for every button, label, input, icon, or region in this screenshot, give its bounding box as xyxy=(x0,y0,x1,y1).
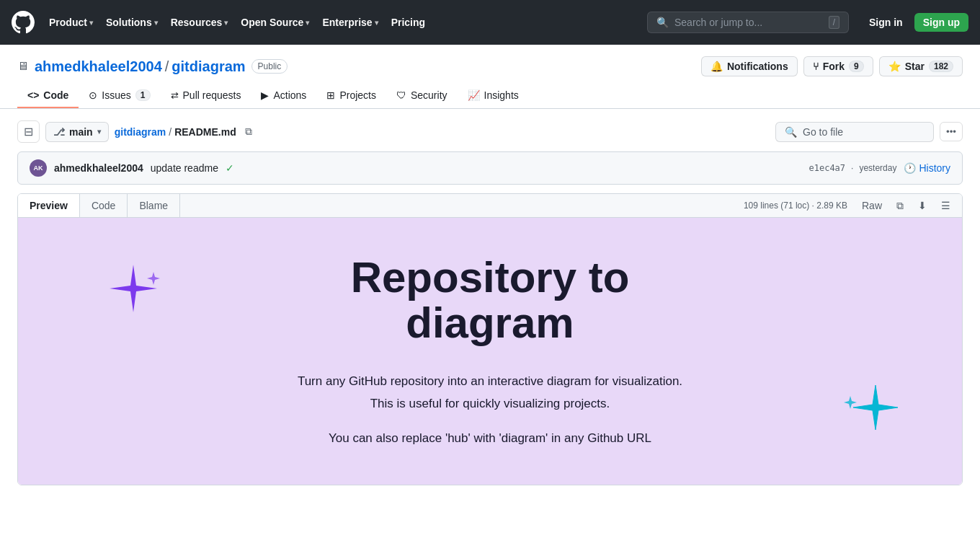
readme-banner: Repository to diagram Turn any GitHub re… xyxy=(18,218,962,485)
download-button[interactable]: ⬇ xyxy=(912,195,932,216)
sidebar-icon: ⊟ xyxy=(24,125,33,138)
security-icon: 🛡 xyxy=(396,89,406,101)
repo-icon: 🖥 xyxy=(17,60,29,73)
banner-subtitle-1: Turn any GitHub repository into an inter… xyxy=(298,371,682,391)
goto-file-placeholder: Go to file xyxy=(803,126,843,138)
copy-icon: ⧉ xyxy=(245,125,252,137)
tab-security[interactable]: 🛡 Security xyxy=(386,84,458,108)
tab-code-label: Code xyxy=(43,89,68,101)
git-branch-icon: ⎇ xyxy=(53,126,65,138)
history-link[interactable]: 🕐 History xyxy=(904,162,950,174)
repo-nav: <> Code ⊙ Issues 1 ⇄ Pull requests ▶ Act… xyxy=(17,84,963,108)
branch-name: main xyxy=(69,126,93,138)
code-tab[interactable]: Code xyxy=(80,194,128,217)
github-logo[interactable] xyxy=(12,11,35,34)
history-icon: 🕐 xyxy=(904,162,916,174)
github-logo-icon xyxy=(12,11,35,34)
main-nav: Product ▾ Solutions ▾ Resources ▾ Open S… xyxy=(43,12,431,32)
tab-projects-label: Projects xyxy=(339,89,376,101)
nav-resources[interactable]: Resources ▾ xyxy=(165,12,234,32)
copy-path-button[interactable]: ⧉ xyxy=(242,123,255,141)
sidebar-toggle-button[interactable]: ⊟ xyxy=(17,120,40,143)
blame-tab-label: Blame xyxy=(139,200,168,211)
breadcrumb: gitdiagram / README.md xyxy=(115,126,236,138)
main-content: ⊟ ⎇ main ▾ gitdiagram / README.md ⧉ 🔍 Go… xyxy=(0,109,980,497)
chevron-down-icon: ▾ xyxy=(154,19,158,27)
code-icon: <> xyxy=(27,89,39,101)
nav-solutions[interactable]: Solutions ▾ xyxy=(100,12,164,32)
star-icon: ⭐ xyxy=(888,61,901,72)
tab-code[interactable]: <> Code xyxy=(17,84,79,108)
tab-projects[interactable]: ⊞ Projects xyxy=(316,84,386,108)
banner-title-line1: Repository to xyxy=(351,253,630,301)
search-placeholder-text: Search or jump to... xyxy=(674,17,823,28)
notifications-button[interactable]: 🔔 Notifications xyxy=(701,56,798,76)
raw-button[interactable]: Raw xyxy=(856,195,888,216)
sparkle-right-decoration xyxy=(839,382,904,441)
repo-actions: 🔔 Notifications ⑂ Fork 9 ⭐ Star 182 xyxy=(701,56,963,76)
search-icon: 🔍 xyxy=(656,17,669,28)
chevron-down-icon: ▾ xyxy=(306,19,309,27)
commit-separator: · xyxy=(851,163,853,173)
commit-time: yesterday xyxy=(859,163,896,173)
more-options-icon: ••• xyxy=(946,126,956,137)
repo-owner-link[interactable]: ahmedkhaleel2004 xyxy=(35,58,162,75)
history-label: History xyxy=(919,162,950,174)
tab-actions-label: Actions xyxy=(273,89,306,101)
more-options-button[interactable]: ••• xyxy=(940,122,963,141)
chevron-down-icon: ▾ xyxy=(89,19,93,27)
search-kbd: / xyxy=(829,16,839,29)
breadcrumb-file: README.md xyxy=(174,126,236,138)
site-header: Product ▾ Solutions ▾ Resources ▾ Open S… xyxy=(0,0,980,45)
raw-label: Raw xyxy=(862,200,882,211)
file-tabs-container: Preview Code Blame 109 lines (71 loc) · … xyxy=(17,193,963,485)
commit-row: AK ahmedkhaleel2004 update readme ✓ e1ec… xyxy=(17,151,963,185)
file-tabs-header: Preview Code Blame 109 lines (71 loc) · … xyxy=(18,194,962,218)
commit-hash: e1ec4a7 xyxy=(808,163,845,173)
tab-pull-requests[interactable]: ⇄ Pull requests xyxy=(161,84,251,108)
readme-content: Repository to diagram Turn any GitHub re… xyxy=(18,218,962,485)
chevron-down-icon: ▾ xyxy=(224,19,228,27)
banner-subtitle-3: You can also replace 'hub' with 'diagram… xyxy=(298,428,682,448)
preview-tab-label: Preview xyxy=(30,200,68,211)
search-box[interactable]: 🔍 Search or jump to... / xyxy=(647,12,849,33)
star-button[interactable]: ⭐ Star 182 xyxy=(879,56,963,76)
branch-selector-button[interactable]: ⎇ main ▾ xyxy=(45,122,109,142)
fork-button[interactable]: ⑂ Fork 9 xyxy=(803,56,873,76)
repo-breadcrumb-row: 🖥 ahmedkhaleel2004 / gitdiagram Public 🔔… xyxy=(17,56,963,76)
bell-icon: 🔔 xyxy=(710,61,723,72)
download-icon: ⬇ xyxy=(918,200,927,211)
signin-button[interactable]: Sign in xyxy=(863,13,909,32)
tab-actions[interactable]: ▶ Actions xyxy=(251,84,316,108)
tab-issues[interactable]: ⊙ Issues 1 xyxy=(79,84,160,108)
list-view-button[interactable]: ☰ xyxy=(935,195,956,216)
nav-pricing[interactable]: Pricing xyxy=(386,12,431,32)
file-header-bar: ⊟ ⎇ main ▾ gitdiagram / README.md ⧉ 🔍 Go… xyxy=(17,120,963,143)
chevron-down-icon: ▾ xyxy=(375,19,378,27)
goto-file-search[interactable]: 🔍 Go to file xyxy=(775,122,934,142)
repo-name-link[interactable]: gitdiagram xyxy=(172,58,245,75)
tab-insights-label: Insights xyxy=(484,89,519,101)
nav-product[interactable]: Product ▾ xyxy=(43,12,99,32)
search-icon: 🔍 xyxy=(785,126,797,138)
avatar: AK xyxy=(30,159,47,177)
tab-security-label: Security xyxy=(411,89,447,101)
breadcrumb-separator: / xyxy=(169,126,172,138)
preview-tab[interactable]: Preview xyxy=(18,194,80,217)
fork-icon: ⑂ xyxy=(813,61,819,72)
file-meta-area: 109 lines (71 loc) · 2.89 KB Raw ⧉ ⬇ ☰ xyxy=(738,195,962,216)
nav-enterprise[interactable]: Enterprise ▾ xyxy=(316,12,383,32)
star-count: 182 xyxy=(929,61,953,72)
nav-open-source[interactable]: Open Source ▾ xyxy=(235,12,315,32)
sparkle-left-decoration xyxy=(104,261,162,321)
tab-issues-label: Issues xyxy=(102,89,130,101)
tab-group: Preview Code Blame xyxy=(18,194,180,217)
commit-author-link[interactable]: ahmedkhaleel2004 xyxy=(54,162,143,174)
signup-button[interactable]: Sign up xyxy=(914,13,968,32)
blame-tab[interactable]: Blame xyxy=(128,194,180,217)
breadcrumb-repo-link[interactable]: gitdiagram xyxy=(115,126,166,138)
tab-insights[interactable]: 📈 Insights xyxy=(458,84,529,108)
insights-icon: 📈 xyxy=(468,89,480,101)
repo-header: 🖥 ahmedkhaleel2004 / gitdiagram Public 🔔… xyxy=(0,45,980,109)
copy-content-button[interactable]: ⧉ xyxy=(891,195,909,216)
